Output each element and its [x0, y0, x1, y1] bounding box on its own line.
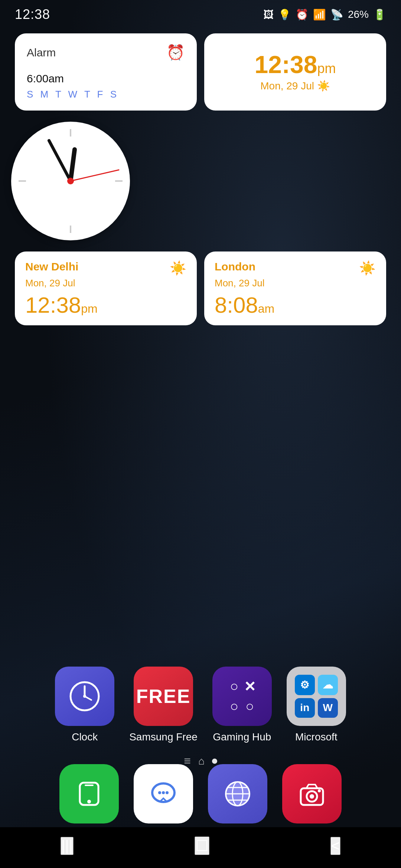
alarm-time: 6:00am [27, 65, 185, 86]
phone-icon-svg [72, 777, 106, 811]
gaming-hub-label: Gaming Hub [213, 731, 271, 743]
bulb-icon: 💡 [278, 9, 291, 21]
london-city: London [215, 260, 255, 273]
london-widget[interactable]: London ☀️ Mon, 29 Jul 8:08am [204, 251, 386, 325]
clock-app-label: Clock [72, 731, 98, 743]
page-dot [212, 759, 217, 764]
clock-app[interactable]: Clock [55, 667, 114, 743]
recent-apps-button[interactable]: ||| [61, 837, 74, 855]
alarm-status-icon: ⏰ [296, 9, 309, 21]
gaming-circle3: ○ [244, 698, 256, 714]
gaming-circle2: ○ [228, 698, 240, 714]
alarm-days: S M T W T F S [27, 89, 185, 100]
app-row: Clock FREE Samsung Free ○ ✕ ○ ○ Gaming H… [0, 667, 401, 743]
london-time: 8:08am [215, 294, 376, 316]
free-text: FREE [136, 685, 191, 707]
london-date: Mon, 29 Jul [215, 277, 376, 289]
clock-face [11, 122, 130, 240]
alarm-ampm: am [48, 72, 64, 85]
gaming-circle: ○ [228, 678, 240, 695]
svg-point-26 [310, 794, 314, 799]
new-delhi-date: Mon, 29 Jul [25, 277, 186, 289]
signal-icon: 📡 [330, 9, 343, 21]
alarm-icon: ⏰ [166, 44, 185, 61]
gaming-grid: ○ ✕ ○ ○ [219, 670, 265, 723]
digital-weather-icon: ☀️ [317, 80, 330, 92]
messages-dock-item[interactable] [134, 764, 193, 823]
new-delhi-widget[interactable]: New Delhi ☀️ Mon, 29 Jul 12:38pm [15, 251, 197, 325]
dock [0, 764, 401, 823]
alarm-widget[interactable]: Alarm ⏰ 6:00am S M T W T F S [15, 33, 197, 111]
photo-icon: 🖼 [263, 9, 274, 21]
clock-app-icon[interactable] [55, 667, 114, 726]
gaming-hub-app[interactable]: ○ ✕ ○ ○ Gaming Hub [212, 667, 272, 743]
analog-clock-container[interactable] [11, 122, 386, 240]
svg-point-15 [158, 791, 161, 794]
browser-dock-icon[interactable] [208, 764, 267, 823]
svg-point-7 [67, 178, 74, 184]
microsoft-label: Microsoft [295, 731, 338, 743]
new-delhi-header: New Delhi ☀️ [25, 260, 186, 276]
london-header: London ☀️ [215, 260, 376, 276]
browser-dock-item[interactable] [208, 764, 267, 823]
digital-date: Mon, 29 Jul ☀️ [260, 80, 330, 92]
status-time: 12:38 [15, 7, 50, 22]
new-delhi-city: New Delhi [25, 260, 78, 273]
microsoft-folder-icon[interactable]: ⚙ ☁ in W [287, 667, 346, 726]
digital-hours-minutes: 12:38 [255, 51, 317, 78]
svg-line-6 [71, 170, 119, 181]
clock-icon-svg [68, 680, 101, 713]
svg-point-11 [83, 695, 86, 698]
digital-ampm: pm [317, 61, 336, 76]
samsung-free-app[interactable]: FREE Samsung Free [129, 667, 198, 743]
camera-dock-icon[interactable] [282, 764, 342, 823]
london-time-value: 8:08 [215, 293, 258, 318]
microsoft-folder-app[interactable]: ⚙ ☁ in W Microsoft [287, 667, 346, 743]
ms-linkedin-icon: in [295, 698, 315, 718]
new-delhi-weather: ☀️ [170, 260, 186, 276]
navigation-bar: ||| ☐ < [0, 827, 401, 868]
status-bar: 12:38 🖼 💡 ⏰ 📶 📡 26% 🔋 [0, 0, 401, 26]
phone-dock-item[interactable] [59, 764, 119, 823]
camera-icon-svg [295, 777, 329, 811]
svg-point-12 [87, 800, 91, 803]
gaming-hub-icon[interactable]: ○ ✕ ○ ○ [212, 667, 272, 726]
digital-date-text: Mon, 29 Jul [260, 80, 314, 92]
messages-dock-icon[interactable] [134, 764, 193, 823]
new-delhi-time-value: 12:38 [25, 293, 81, 318]
home-button[interactable]: ☐ [195, 836, 209, 855]
status-icons: 🖼 💡 ⏰ 📶 📡 26% 🔋 [263, 9, 386, 21]
battery-level: 26% [348, 9, 369, 20]
new-delhi-time: 12:38pm [25, 294, 186, 316]
alarm-hour: 6:00 [27, 72, 48, 85]
digital-time: 12:38pm [255, 52, 336, 77]
svg-line-4 [71, 149, 75, 181]
samsung-free-icon[interactable]: FREE [134, 667, 193, 726]
ms-word-icon: W [318, 698, 338, 718]
battery-icon: 🔋 [373, 9, 386, 21]
clock-svg [11, 122, 130, 240]
svg-line-5 [49, 141, 71, 181]
gaming-x: ✕ [244, 678, 256, 695]
world-clock-row: New Delhi ☀️ Mon, 29 Jul 12:38pm London … [15, 251, 386, 325]
svg-point-27 [318, 789, 321, 792]
wifi-icon: 📶 [313, 9, 326, 21]
main-content: Alarm ⏰ 6:00am S M T W T F S 12:38pm Mon… [0, 26, 401, 344]
london-ampm: am [258, 302, 274, 315]
ms-cloud-icon: ☁ [318, 675, 338, 695]
ms-settings-icon: ⚙ [295, 675, 315, 695]
london-weather: ☀️ [359, 260, 376, 276]
microsoft-folder-grid: ⚙ ☁ in W [287, 667, 346, 726]
browser-icon-svg [221, 777, 254, 811]
app-section: Clock FREE Samsung Free ○ ✕ ○ ○ Gaming H… [0, 667, 401, 779]
alarm-header: Alarm ⏰ [27, 44, 185, 61]
new-delhi-ampm: pm [81, 302, 97, 315]
digital-clock-widget[interactable]: 12:38pm Mon, 29 Jul ☀️ [204, 33, 386, 111]
back-button[interactable]: < [330, 837, 340, 855]
camera-dock-item[interactable] [282, 764, 342, 823]
widgets-row-1: Alarm ⏰ 6:00am S M T W T F S 12:38pm Mon… [15, 33, 386, 111]
messages-icon-svg [147, 777, 180, 811]
phone-dock-icon[interactable] [59, 764, 119, 823]
svg-point-16 [162, 791, 165, 794]
svg-point-17 [166, 791, 169, 794]
